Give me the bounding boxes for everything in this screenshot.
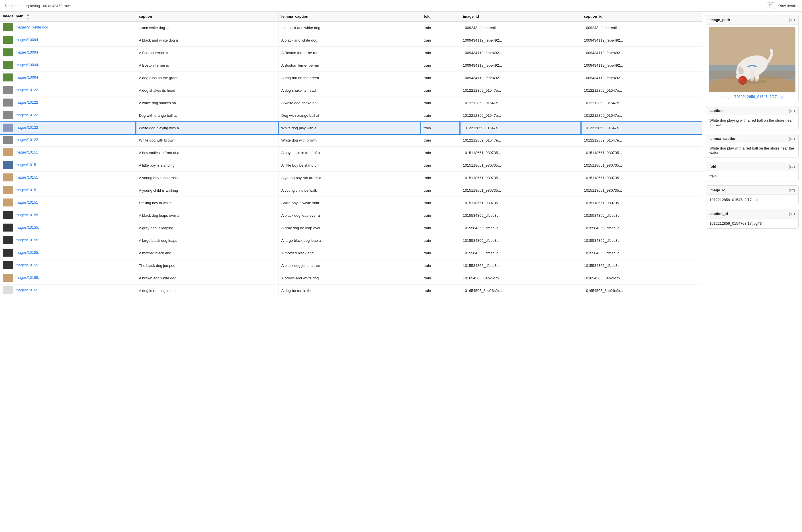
table-row[interactable]: images/y...white dog... ...and white dog… [0, 21, 702, 34]
image-path-cell-link[interactable]: images/10094 [15, 50, 38, 54]
caption-cell: A boy smiles in front of a [136, 146, 278, 159]
image-path-cell-link[interactable]: images/10122 [15, 137, 38, 142]
thumbnail [3, 211, 13, 219]
thumbnail [3, 23, 13, 31]
image-path-cell-link[interactable]: images/10155. [15, 225, 39, 230]
fold-cell: train [421, 84, 460, 97]
table-row[interactable]: images/10094 A dog runs on the greenA do… [0, 72, 702, 84]
table-row[interactable]: images/10122 A white dog shakes onA whit… [0, 97, 702, 109]
image-path-cell-link[interactable]: images/10094 [15, 38, 38, 42]
image-path-cell-link[interactable]: images/10155. [15, 213, 39, 217]
caption-cell: White dog with brown [136, 134, 278, 147]
image-id-cell: 1015118661_980735... [460, 159, 581, 171]
lemma-caption-cell: Dog with orange ball at [278, 109, 421, 121]
table-row[interactable]: images/10122 A dog shakes its headA dog … [0, 84, 702, 97]
image-path-cell-link[interactable]: images/y...white dog... [15, 25, 51, 29]
thumbnail [3, 98, 13, 107]
fold-cell: train [421, 272, 460, 284]
image-path-cell-link[interactable]: images/10122 [15, 100, 38, 104]
lemma-caption-cell: ...a black and white dog [278, 21, 421, 34]
table-row[interactable]: images/10151 A young child is walkingA y… [0, 184, 702, 196]
image-path-cell-link[interactable]: images/10155. [15, 263, 39, 267]
image-path-cell-link[interactable]: images/10094 [15, 75, 38, 79]
thumbnail [3, 274, 13, 282]
table-row[interactable]: images/10122 Dog with orange ball atDog … [0, 109, 702, 121]
thumbnail [3, 124, 13, 132]
image-path-cell-link[interactable]: images/10151 [15, 150, 38, 154]
info-icon[interactable]: ? [26, 14, 30, 19]
table-row[interactable]: images/10151 Smiling boy in whiteSmile b… [0, 196, 702, 209]
image-path-cell-link[interactable]: images/10122 [15, 113, 38, 117]
lemma-caption-cell: A Boston Terrier be run [278, 59, 421, 72]
image-path-cell-link[interactable]: images/10155. [15, 250, 39, 254]
lemma-caption-cell: A dog run on the green [278, 72, 421, 84]
table-row[interactable]: images/10094 A Boston terrier isA Boston… [0, 46, 702, 59]
thumbnail [3, 148, 13, 156]
table-header-row: image_path ? caption lemma_caption fold … [0, 12, 702, 21]
image-path-link[interactable]: images/1012212859_01547e3f17.jpg [722, 95, 783, 99]
col-header-lemma-caption[interactable]: lemma_caption [278, 12, 421, 21]
table-row[interactable]: images/10151 A little boy is standingA l… [0, 159, 702, 171]
image-path-cell-link[interactable]: images/10122 [15, 125, 38, 130]
detail-section-header-caption-id: caption_id (str) [706, 209, 798, 218]
caption-id-cell: 1012212859_01547e... [581, 109, 702, 121]
fold-cell: train [421, 234, 460, 247]
image-path-cell-link[interactable]: images/10151 [15, 188, 38, 192]
image-id-cell: 101654506_8eb26cfb... [460, 272, 581, 284]
table-row[interactable]: images/10155. A mottled black andA mottl… [0, 247, 702, 259]
caption-cell: A grey dog is leaping [136, 222, 278, 234]
thumbnail [3, 61, 13, 69]
table-row[interactable]: images/10165. A dog is running in theA d… [0, 284, 702, 297]
image-id-cell: 1009243...febe reali... [460, 21, 581, 34]
table-row[interactable]: images/10151 A boy smiles in front of aA… [0, 146, 702, 159]
image-id-cell: 1009434119_febe492... [460, 46, 581, 59]
detail-type-caption-id: (str) [789, 212, 795, 216]
table-row[interactable]: images/10151 A young boy runs arossA you… [0, 171, 702, 184]
table-section[interactable]: image_path ? caption lemma_caption fold … [0, 12, 702, 532]
detail-section-caption-id: caption_id (str) 1012212859_01547e3f17.j… [706, 209, 799, 229]
caption-id-cell: 1015584366_dfcec3c... [581, 259, 702, 272]
table-row[interactable]: images/10155. A large black dog leapsA l… [0, 234, 702, 247]
col-header-caption-id[interactable]: caption_id [581, 12, 702, 21]
image-path-cell-link[interactable]: images/10151 [15, 163, 38, 167]
col-header-image-path[interactable]: image_path ? [0, 12, 136, 21]
col-header-caption[interactable]: caption [136, 12, 278, 21]
table-row[interactable]: images/10155. A grey dog is leapingA gra… [0, 222, 702, 234]
detail-section-header-fold: fold (str) [706, 162, 798, 171]
image-id-cell: 1015118661_980735... [460, 171, 581, 184]
lemma-caption-cell: A dog shake its head [278, 84, 421, 97]
col-header-image-id[interactable]: image_id [460, 12, 581, 21]
caption-cell: A Boston Terrier is [136, 59, 278, 72]
thumbnail [3, 111, 13, 119]
table-row[interactable]: images/10165. A brown and white dogA bro… [0, 272, 702, 284]
lemma-caption-cell: A black dog jump a tree [278, 259, 421, 272]
detail-section-header-image-path: image_path (str) [706, 15, 798, 24]
table-row[interactable]: images/10122 White dog with brownWhite d… [0, 134, 702, 147]
image-path-cell-link[interactable]: images/10165. [15, 288, 39, 292]
detail-section-image-id: image_id (str) 1012212859_01547e3f17.jpg [706, 185, 799, 205]
caption-id-cell: 1012212859_01547e... [581, 97, 702, 109]
detail-section-lemma-caption: lemma_caption (str) White dog play with … [706, 134, 799, 158]
table-row[interactable]: images/10094 A black and white dog isA b… [0, 34, 702, 46]
image-path-cell-link[interactable]: images/10155. [15, 238, 39, 242]
image-path-cell-link[interactable]: images/10094. [15, 63, 39, 67]
image-id-cell: 1012212859_01547e... [460, 109, 581, 121]
fold-cell: train [421, 46, 460, 59]
fold-cell: train [421, 121, 460, 134]
image-id-cell: 101654506_8eb26cfb... [460, 284, 581, 297]
col-header-fold[interactable]: fold [421, 12, 460, 21]
table-row[interactable]: images/10155. A black dog leaps over aA … [0, 209, 702, 222]
lemma-caption-cell: Smile boy in white shirt [278, 196, 421, 209]
table-row[interactable]: images/10122 White dog playing with aWhi… [0, 121, 702, 134]
toggle-panel-button[interactable]: ❏ [767, 2, 775, 9]
detail-lemma-value: White dog play with a red ball on the sh… [706, 143, 798, 157]
table-row[interactable]: images/10094. A Boston Terrier isA Bosto… [0, 59, 702, 72]
dog-image-preview [709, 27, 796, 92]
table-row[interactable]: images/10155. The black dog jumpedA blac… [0, 259, 702, 272]
image-path-cell-link[interactable]: images/10165. [15, 276, 39, 280]
image-path-cell-link[interactable]: images/10151 [15, 200, 38, 205]
caption-cell: A large black dog leaps [136, 234, 278, 247]
image-path-cell-link[interactable]: images/10151 [15, 175, 38, 179]
image-path-cell-link[interactable]: images/10122 [15, 88, 38, 92]
caption-cell: A Boston terrier is [136, 46, 278, 59]
